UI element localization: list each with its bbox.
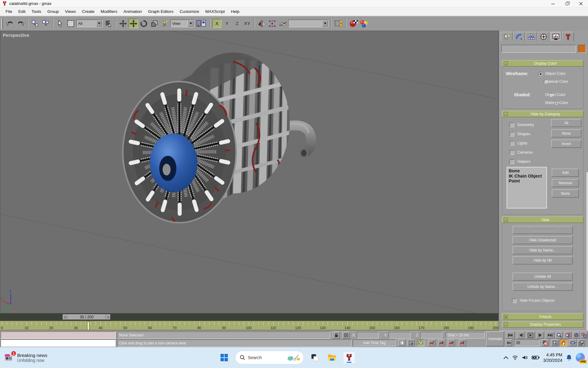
next-frame-icon[interactable] [537,332,544,339]
absolute-offset-toggle-icon[interactable] [342,332,350,339]
mirror-icon[interactable] [257,19,266,28]
rollout-hide-by-category[interactable]: - Hide by Category [502,111,583,117]
selection-filter-dropdown[interactable]: All [76,20,103,27]
perspective-viewport[interactable]: z x y Perspective [0,31,499,313]
tab-hierarchy-icon[interactable] [525,32,537,41]
checkbox-icon[interactable] [512,298,517,303]
collapse-icon[interactable]: - [504,61,508,65]
category-listbox[interactable]: BoneIK Chain ObjectPoint [507,167,547,209]
hide-action-button[interactable]: Hide by Name... [513,246,573,254]
zoom-all-icon[interactable] [564,332,571,339]
rollout-hide[interactable]: - Hide [502,217,583,223]
menu-item[interactable]: Modifiers [97,9,120,14]
panel-scrollbar[interactable] [586,172,588,331]
select-and-move-icon[interactable] [118,19,128,28]
hide-action-button[interactable]: Hide by Hit [513,256,573,264]
minimize-button[interactable] [546,0,560,7]
menu-item[interactable]: Graph Editors [145,9,176,14]
tab-display-icon[interactable] [550,32,562,41]
checkbox-icon[interactable] [510,132,514,136]
tab-modify-icon[interactable] [513,32,525,41]
category-checkbox-row[interactable]: Helpers [510,157,534,166]
go-to-end-icon[interactable] [546,332,554,339]
dropdown-arrow-icon[interactable] [322,20,328,27]
menu-item[interactable]: Help [228,9,243,14]
task-view-button[interactable] [309,351,321,364]
restore-button[interactable] [560,0,574,7]
time-slider-marker[interactable] [87,321,90,330]
time-slider-handle[interactable]: 35 / 200 [67,314,106,320]
widgets-news-button[interactable]: 1 Breaking news Unfolding now [4,353,47,363]
category-list-item[interactable]: IK Chain Object [509,174,545,179]
select-and-manipulate-icon[interactable] [160,19,169,28]
x-coordinate-field[interactable] [357,332,379,339]
category-list-button[interactable]: Add [552,169,579,177]
select-and-link-icon[interactable] [30,19,40,28]
named-selection-dropdown[interactable] [288,20,329,27]
category-checkbox-row[interactable]: Cameras [510,148,534,157]
render-icon[interactable] [349,19,358,28]
checkbox-icon[interactable] [510,159,514,164]
angle-snap-icon[interactable] [438,339,445,346]
category-action-button[interactable]: Invert [551,140,581,148]
expand-icon[interactable]: + [504,315,508,319]
category-list-item[interactable]: Bone [509,168,545,174]
arc-rotate-icon[interactable] [569,339,576,346]
rollout-freeze[interactable]: + Freeze [502,313,583,320]
copilot-button[interactable]: PRE [576,353,585,362]
menu-item[interactable]: Edit [15,9,28,14]
checkbox-icon[interactable] [510,150,514,155]
clock[interactable]: 4:45 PM 3/20/2024 [543,352,562,363]
menu-item[interactable]: Tools [28,9,44,14]
rollout-display-properties[interactable]: - Display Properties [502,321,583,328]
current-frame-field[interactable]: 35 [514,339,540,346]
select-and-rotate-icon[interactable] [139,19,149,28]
region-zoom-icon[interactable] [551,339,559,346]
selection-lock-icon[interactable] [333,332,340,339]
wifi-icon[interactable] [512,355,518,360]
category-action-button[interactable]: All [551,119,581,127]
selection-region-icon[interactable] [66,19,75,28]
timeline-ruler[interactable]: 0102030405060708090100110120130140150160… [0,321,499,331]
axis-constraint-button[interactable]: XY [243,19,252,28]
select-and-move-active-icon[interactable] [129,19,138,28]
play-animation-icon[interactable] [526,332,535,339]
zoom-icon[interactable] [556,332,563,339]
toolbar-handle[interactable] [1,18,3,29]
snap-3d-icon[interactable]: 3 [428,339,435,346]
z-coordinate-field[interactable] [420,332,442,339]
tab-create-icon[interactable] [501,32,513,41]
material-editor-icon[interactable] [359,19,368,28]
category-action-button[interactable]: None [551,129,581,137]
category-checkbox-row[interactable]: Shapes [510,129,534,139]
collapse-icon[interactable]: - [504,112,508,116]
macro-recorder-field[interactable] [1,332,116,339]
gmax-taskbar-button[interactable] [343,351,355,364]
edit-named-selections-icon[interactable] [334,19,343,28]
checkbox-icon[interactable] [510,123,514,127]
object-color-swatch[interactable] [578,45,586,53]
viewport-label[interactable]: Perspective [3,33,29,38]
menu-item[interactable]: Customize [177,9,202,14]
menu-item[interactable]: File [2,9,15,14]
min-max-toggle-icon[interactable] [578,339,585,346]
dropdown-arrow-icon[interactable] [188,20,194,27]
hide-frozen-checkbox-row[interactable]: Hide Frozen Objects [512,296,555,305]
dropdown-arrow-icon[interactable] [96,20,102,27]
set-key-icon[interactable] [506,339,512,346]
menu-item[interactable]: Group [44,9,62,14]
previous-frame-icon[interactable] [517,332,524,339]
rollout-display-color[interactable]: - Display Color [502,60,583,67]
notifications-bell-icon[interactable] [566,354,572,361]
tab-utilities-icon[interactable] [562,32,574,41]
go-to-start-icon[interactable] [506,332,514,339]
unhide-action-button[interactable]: Unhide All [513,273,573,281]
volume-icon[interactable] [522,355,528,360]
frame-prev-button[interactable]: < [63,314,67,320]
hide-action-button[interactable]: Hide Selected [513,226,573,234]
menu-item[interactable]: MAXScript [202,9,228,14]
search-box[interactable]: Search [235,351,304,364]
undo-icon[interactable] [5,19,15,28]
frame-next-button[interactable]: > [106,314,111,320]
category-checkbox-row[interactable]: Geometry [510,120,534,129]
